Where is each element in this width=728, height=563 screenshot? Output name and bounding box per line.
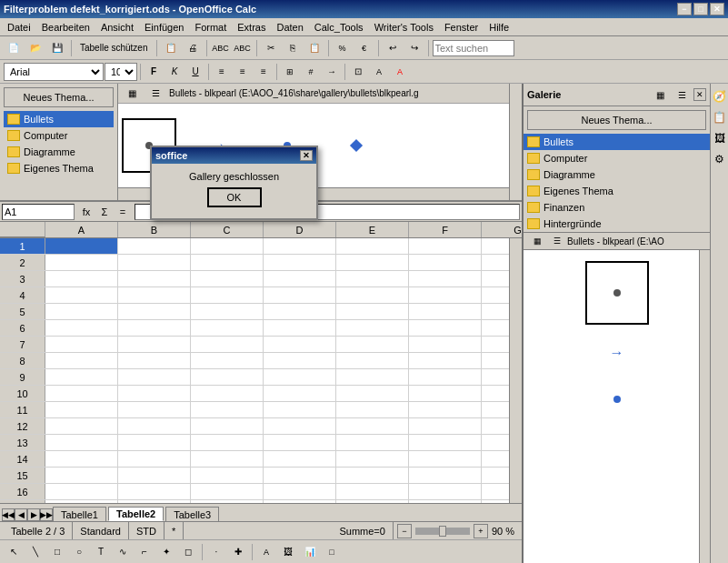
modal-overlay: soffice ✕ Gallery geschlossen OK	[0, 0, 728, 563]
modal-body: Gallery geschlossen OK	[152, 164, 316, 218]
modal-dialog: soffice ✕ Gallery geschlossen OK	[150, 146, 318, 220]
modal-close-button[interactable]: ✕	[300, 150, 313, 161]
modal-message: Gallery geschlossen	[159, 171, 309, 182]
modal-title-bar: soffice ✕	[152, 147, 316, 164]
modal-title: soffice	[155, 150, 187, 161]
app-window: Filterproblem defekt_korrigiert.ods - Op…	[0, 0, 728, 563]
modal-ok-button[interactable]: OK	[207, 187, 262, 207]
